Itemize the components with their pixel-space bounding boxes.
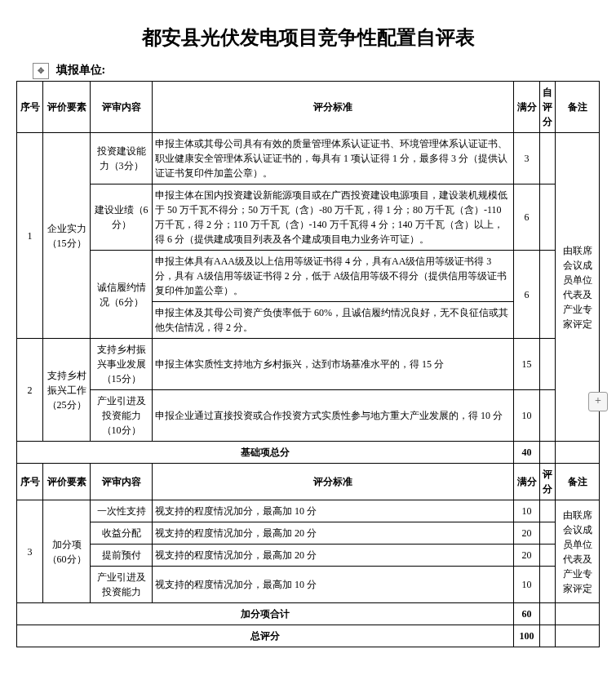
- criteria-cell: 视支持的程度情况加分，最高加 10 分: [153, 500, 514, 522]
- self-cell[interactable]: [540, 603, 556, 625]
- max-cell: 10: [514, 390, 540, 442]
- table-row: 1 企业实力（15分） 投资建设能力（3分） 申报主体或其母公司具有有效的质量管…: [17, 133, 600, 184]
- content-cell: 建设业绩（6分）: [91, 184, 153, 251]
- table-header: 序号 评价要素 评审内容 评分标准 满分 评分 备注: [17, 464, 600, 500]
- criteria-cell: 申报主体或其母公司具有有效的质量管理体系认证证书、环境管理体系认证证书、职业健康…: [153, 133, 514, 184]
- seq-cell: 3: [17, 500, 43, 603]
- subtotal-label: 加分项合计: [17, 603, 514, 625]
- header-note: 备注: [556, 464, 600, 500]
- max-cell: 20: [514, 545, 540, 567]
- subtotal-value: 40: [514, 442, 540, 464]
- page-title: 都安县光伏发电项目竞争性配置自评表: [16, 24, 600, 51]
- content-cell: 诚信履约情况（6分）: [91, 251, 153, 339]
- self-cell[interactable]: [540, 500, 556, 522]
- evaluation-table: 序号 评价要素 评审内容 评分标准 满分 自评分 备注 1 企业实力（15分） …: [16, 81, 600, 647]
- header-content: 评审内容: [91, 464, 153, 500]
- criteria-cell: 申报主体具有AAA级及以上信用等级证书得 4 分，具有AA级信用等级证书得 3 …: [153, 251, 514, 302]
- max-cell: 10: [514, 567, 540, 603]
- subtotal-row: 加分项合计 60: [17, 603, 600, 625]
- header-note: 备注: [556, 82, 600, 133]
- criteria-cell: 申报企业通过直接投资或合作投资方式实质性参与地方重大产业发展的，得 10 分: [153, 390, 514, 442]
- table-row: 3 加分项（60分） 一次性支持 视支持的程度情况加分，最高加 10 分 10 …: [17, 500, 600, 522]
- table-header: 序号 评价要素 评审内容 评分标准 满分 自评分 备注: [17, 82, 600, 133]
- factor-cell: 企业实力（15分）: [43, 133, 91, 339]
- self-cell[interactable]: [540, 442, 556, 464]
- total-row: 总评分 100: [17, 625, 600, 647]
- seq-cell: 2: [17, 339, 43, 442]
- plus-icon: +: [595, 394, 601, 407]
- max-cell: 6: [514, 184, 540, 251]
- header-maxscore: 满分: [514, 464, 540, 500]
- table-row: 诚信履约情况（6分） 申报主体具有AAA级及以上信用等级证书得 4 分，具有AA…: [17, 251, 600, 302]
- note-cell: [556, 625, 600, 647]
- header-selfscore: 自评分: [540, 82, 556, 133]
- self-cell[interactable]: [540, 567, 556, 603]
- content-cell: 支持乡村振兴事业发展（15分）: [91, 339, 153, 390]
- header-content: 评审内容: [91, 82, 153, 133]
- max-cell: 10: [514, 500, 540, 522]
- note-cell: [556, 442, 600, 464]
- header-seq: 序号: [17, 82, 43, 133]
- factor-cell: 加分项（60分）: [43, 500, 91, 603]
- self-cell[interactable]: [540, 133, 556, 184]
- content-cell: 投资建设能力（3分）: [91, 133, 153, 184]
- self-cell[interactable]: [540, 339, 556, 390]
- table-row: 提前预付 视支持的程度情况加分，最高加 20 分 20: [17, 545, 600, 567]
- header-selfscore: 评分: [540, 464, 556, 500]
- subtotal-label: 基础项总分: [17, 442, 514, 464]
- criteria-cell: 视支持的程度情况加分，最高加 10 分: [153, 567, 514, 603]
- header-criteria: 评分标准: [153, 82, 514, 133]
- seq-cell: 1: [17, 133, 43, 339]
- max-cell: 20: [514, 522, 540, 545]
- move-icon[interactable]: ✥: [33, 63, 49, 79]
- header-criteria: 评分标准: [153, 464, 514, 500]
- reporting-unit-row: ✥ 填报单位:: [16, 63, 600, 79]
- header-seq: 序号: [17, 464, 43, 500]
- factor-cell: 支持乡村振兴工作（25分）: [43, 339, 91, 442]
- criteria-cell: 申报主体及其母公司资产负债率低于 60%，且诚信履约情况良好，无不良征信或其他失…: [153, 302, 514, 339]
- criteria-cell: 视支持的程度情况加分，最高加 20 分: [153, 522, 514, 545]
- content-cell: 一次性支持: [91, 500, 153, 522]
- table-row: 建设业绩（6分） 申报主体在国内投资建设新能源项目或在广西投资建设电源项目，建设…: [17, 184, 600, 251]
- content-cell: 收益分配: [91, 522, 153, 545]
- table-row: 产业引进及投资能力 视支持的程度情况加分，最高加 10 分 10: [17, 567, 600, 603]
- note-cell: 由联席会议成员单位代表及产业专家评定: [556, 500, 600, 603]
- table-row: 产业引进及投资能力（10分） 申报企业通过直接投资或合作投资方式实质性参与地方重…: [17, 390, 600, 442]
- content-cell: 产业引进及投资能力（10分）: [91, 390, 153, 442]
- max-cell: 15: [514, 339, 540, 390]
- content-cell: 提前预付: [91, 545, 153, 567]
- self-cell[interactable]: [540, 390, 556, 442]
- reporting-unit-label: 填报单位:: [56, 64, 106, 76]
- table-row: 收益分配 视支持的程度情况加分，最高加 20 分 20: [17, 522, 600, 545]
- header-factor: 评价要素: [43, 464, 91, 500]
- header-maxscore: 满分: [514, 82, 540, 133]
- max-cell: 3: [514, 133, 540, 184]
- self-cell[interactable]: [540, 251, 556, 339]
- total-label: 总评分: [17, 625, 514, 647]
- header-factor: 评价要素: [43, 82, 91, 133]
- criteria-cell: 申报主体在国内投资建设新能源项目或在广西投资建设电源项目，建设装机规模低于 50…: [153, 184, 514, 251]
- subtotal-value: 60: [514, 603, 540, 625]
- add-button[interactable]: +: [588, 392, 608, 411]
- criteria-cell: 申报主体实质性支持地方乡村振兴，达到市场基准水平的，得 15 分: [153, 339, 514, 390]
- self-cell[interactable]: [540, 625, 556, 647]
- self-cell[interactable]: [540, 522, 556, 545]
- criteria-cell: 视支持的程度情况加分，最高加 20 分: [153, 545, 514, 567]
- subtotal-row: 基础项总分 40: [17, 442, 600, 464]
- total-value: 100: [514, 625, 540, 647]
- table-row: 2 支持乡村振兴工作（25分） 支持乡村振兴事业发展（15分） 申报主体实质性支…: [17, 339, 600, 390]
- note-cell: [556, 603, 600, 625]
- max-cell: 6: [514, 251, 540, 339]
- content-cell: 产业引进及投资能力: [91, 567, 153, 603]
- self-cell[interactable]: [540, 184, 556, 251]
- self-cell[interactable]: [540, 545, 556, 567]
